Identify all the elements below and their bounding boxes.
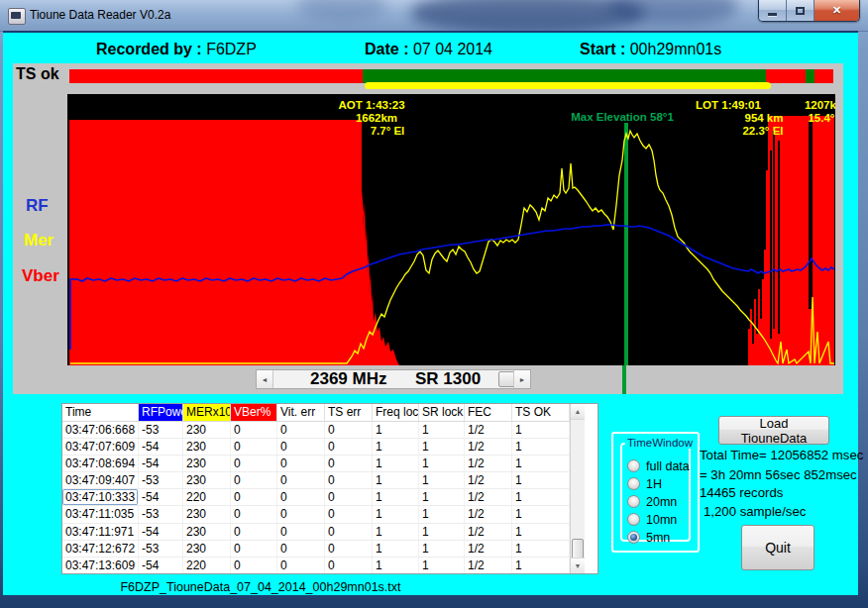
- table-cell[interactable]: 1: [373, 422, 419, 438]
- table-cell[interactable]: 0: [277, 489, 325, 505]
- table-cell[interactable]: 0: [277, 506, 325, 522]
- table-cell[interactable]: 03:47:13:609: [62, 557, 139, 573]
- column-header[interactable]: TS err: [325, 404, 373, 421]
- radio-button-icon[interactable]: [627, 513, 640, 526]
- table-cell[interactable]: 0: [277, 439, 325, 455]
- maximize-button[interactable]: [787, 0, 814, 21]
- frequency-scrollbar[interactable]: ◄ 2369 MHz SR 1300 ►: [256, 369, 531, 389]
- table-cell[interactable]: 1: [512, 472, 570, 488]
- table-cell[interactable]: 1/2: [465, 541, 512, 557]
- table-cell[interactable]: 230: [183, 439, 231, 455]
- table-row[interactable]: 03:47:09:407-53230000111/21: [62, 472, 570, 489]
- table-cell[interactable]: 0: [325, 524, 373, 540]
- column-header[interactable]: FEC: [465, 404, 512, 421]
- table-cell[interactable]: 1: [419, 422, 465, 438]
- table-cell[interactable]: 1: [373, 557, 419, 573]
- table-cell[interactable]: 1: [373, 541, 419, 557]
- table-cell[interactable]: 0: [231, 422, 277, 438]
- title-bar[interactable]: Tioune Data Reader V0.2a ✕: [0, 0, 868, 32]
- table-cell[interactable]: 1: [373, 489, 419, 505]
- table-cell[interactable]: 0: [277, 422, 325, 438]
- table-cell[interactable]: 1: [373, 524, 419, 540]
- table-cell[interactable]: 1: [419, 541, 465, 557]
- table-cell[interactable]: 1: [419, 489, 465, 505]
- table-cell[interactable]: 1: [512, 456, 570, 471]
- table-row[interactable]: 03:47:11:035-53230000111/21: [62, 506, 570, 523]
- table-cell[interactable]: 0: [325, 506, 373, 522]
- table-row[interactable]: 03:47:12:672-53230000111/21: [62, 541, 570, 557]
- table-cell[interactable]: 0: [325, 541, 373, 557]
- table-row[interactable]: 03:47:13:609-54220000111/21: [62, 557, 570, 573]
- close-button[interactable]: ✕: [814, 0, 859, 21]
- column-header[interactable]: TS OK: [512, 404, 570, 421]
- table-cell[interactable]: 03:47:09:407: [62, 472, 139, 488]
- table-cell[interactable]: 1: [419, 439, 465, 455]
- table-cell[interactable]: -53: [139, 422, 183, 438]
- table-scrollbar[interactable]: ▲ ▼: [570, 404, 585, 573]
- table-cell[interactable]: 0: [231, 489, 277, 505]
- table-cell[interactable]: 1/2: [465, 489, 512, 505]
- table-cell[interactable]: 03:47:12:672: [62, 541, 139, 557]
- minimize-button[interactable]: [759, 0, 787, 21]
- table-cell[interactable]: 0: [325, 456, 373, 471]
- table-cell[interactable]: 0: [277, 472, 325, 488]
- scroll-down-button[interactable]: ▼: [571, 557, 585, 573]
- table-cell[interactable]: 1/2: [465, 422, 512, 438]
- table-cell[interactable]: 1: [512, 524, 570, 540]
- table-cell[interactable]: 03:47:11:971: [62, 524, 139, 540]
- column-header[interactable]: MERx10: [183, 404, 231, 421]
- table-cell[interactable]: 0: [231, 557, 277, 573]
- table-cell[interactable]: 230: [183, 506, 231, 522]
- table-cell[interactable]: 0: [325, 472, 373, 488]
- table-cell[interactable]: 1: [512, 422, 570, 438]
- table-cell[interactable]: -54: [139, 439, 183, 455]
- table-cell[interactable]: 230: [183, 472, 231, 488]
- table-cell[interactable]: 03:47:06:668: [62, 422, 139, 438]
- table-cell[interactable]: 03:47:10:333: [62, 489, 139, 505]
- radio-button-icon[interactable]: [627, 477, 640, 490]
- table-cell[interactable]: 1: [373, 506, 419, 522]
- table-cell[interactable]: 03:47:07:609: [62, 439, 139, 455]
- table-cell[interactable]: 1: [419, 506, 465, 522]
- table-cell[interactable]: 230: [183, 456, 231, 471]
- table-row[interactable]: 03:47:10:333-54220000111/21: [62, 489, 570, 506]
- table-row[interactable]: 03:47:07:609-54230000111/21: [62, 439, 570, 456]
- load-tiounedata-button[interactable]: Load TiouneData: [718, 416, 829, 445]
- table-cell[interactable]: -54: [139, 557, 183, 573]
- table-cell[interactable]: 03:47:11:035: [62, 506, 139, 522]
- table-cell[interactable]: 1: [373, 456, 419, 471]
- radio-button-icon[interactable]: [627, 531, 640, 544]
- table-cell[interactable]: -53: [139, 541, 183, 557]
- table-cell[interactable]: 1: [373, 472, 419, 488]
- table-cell[interactable]: 0: [231, 472, 277, 488]
- table-cell[interactable]: 230: [183, 422, 231, 438]
- table-cell[interactable]: 0: [325, 489, 373, 505]
- table-cell[interactable]: 0: [231, 524, 277, 540]
- table-cell[interactable]: 1/2: [465, 472, 512, 488]
- table-cell[interactable]: 0: [231, 541, 277, 557]
- table-cell[interactable]: -53: [139, 472, 183, 488]
- table-cell[interactable]: 230: [183, 541, 231, 557]
- table-row[interactable]: 03:47:08:694-54230000111/21: [62, 456, 570, 472]
- column-header[interactable]: Vit. err: [277, 404, 325, 421]
- column-header[interactable]: Freq lock: [373, 404, 419, 421]
- table-cell[interactable]: 0: [325, 422, 373, 438]
- table-cell[interactable]: 0: [277, 541, 325, 557]
- scroll-up-button[interactable]: ▲: [571, 404, 585, 420]
- table-row[interactable]: 03:47:11:971-54230000111/21: [62, 524, 570, 541]
- table-cell[interactable]: 0: [277, 524, 325, 540]
- table-cell[interactable]: 1: [373, 439, 419, 455]
- scroll-left-button[interactable]: ◄: [257, 370, 273, 388]
- table-cell[interactable]: -54: [139, 524, 183, 540]
- table-cell[interactable]: 0: [231, 439, 277, 455]
- radio-button-icon[interactable]: [627, 459, 640, 472]
- column-header[interactable]: VBer%: [231, 404, 277, 421]
- column-header[interactable]: Time: [62, 404, 139, 421]
- table-cell[interactable]: 1: [419, 524, 465, 540]
- table-cell[interactable]: 0: [277, 557, 325, 573]
- table-cell[interactable]: 0: [325, 557, 373, 573]
- radio-button-icon[interactable]: [627, 495, 640, 508]
- table-cell[interactable]: 230: [183, 524, 231, 540]
- table-cell[interactable]: 1: [512, 541, 570, 557]
- table-cell[interactable]: 1: [419, 456, 465, 471]
